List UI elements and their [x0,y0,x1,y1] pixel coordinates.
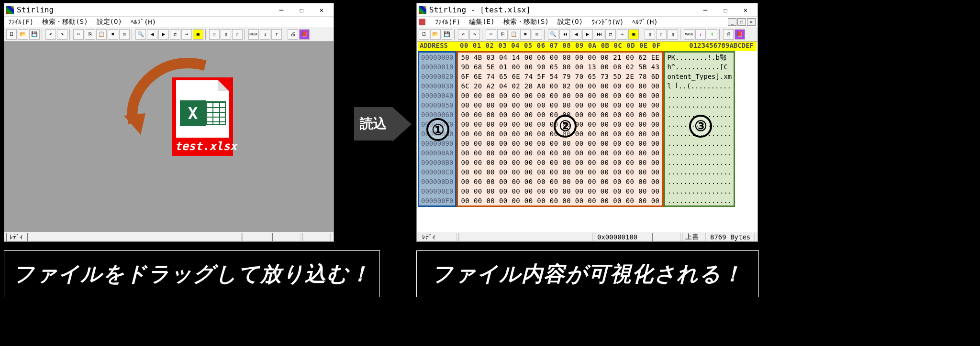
doc3-icon[interactable]: ▯ [668,29,678,40]
redo-icon[interactable]: ↷ [57,29,67,40]
paste-icon[interactable]: 📋 [96,29,107,40]
ascii-row[interactable]: ................ [667,100,732,110]
redo-icon[interactable]: ↷ [469,29,480,40]
cut-icon[interactable]: ✂ [73,29,84,40]
mark-icon[interactable]: ▣ [193,29,203,40]
ascii-row[interactable]: ................ [667,91,732,100]
hex-row[interactable]: 00 00 00 00 00 00 00 00 00 00 00 00 00 0… [461,167,659,177]
find-next-all-icon[interactable]: ⏭ [594,29,604,40]
open-icon[interactable]: 📂 [430,29,441,40]
menu-search[interactable]: 検索・移動(S) [40,18,89,26]
menu-search[interactable]: 検索・移動(S) [501,18,551,26]
hex-row[interactable]: 6F 6E 74 65 6E 74 5F 54 79 70 65 73 5D 2… [461,72,659,81]
hex-row[interactable]: 9D 68 5E 01 00 00 90 05 00 00 13 00 08 0… [461,62,659,72]
menu-edit[interactable]: 編集(E) [467,18,496,26]
hex-row[interactable]: 00 00 00 00 00 00 00 00 00 00 00 00 00 0… [461,158,659,167]
goto-icon[interactable]: → [181,29,192,40]
ascii-row[interactable]: ................ [667,139,732,148]
print-icon[interactable]: 🖨 [723,29,734,40]
find-next-icon[interactable]: ▶ [582,29,593,40]
hex-row[interactable]: 00 00 00 00 00 00 00 00 00 00 00 00 00 0… [461,139,659,148]
mdi-doc-icon[interactable] [419,19,425,25]
new-icon[interactable]: 🗋 [419,29,429,40]
menu-file[interactable]: ﾌｧｲﾙ(F) [6,18,35,26]
find-icon[interactable]: 🔍 [135,29,146,40]
ascii-row[interactable]: ontent_Types].xm [667,72,732,81]
find-next-icon[interactable]: ▶ [158,29,169,40]
hex-body[interactable]: 0000000000000010000000200000003000000040… [418,51,757,207]
print-icon[interactable]: 🖨 [288,29,298,40]
replace-icon[interactable]: ⇄ [605,29,616,40]
copy-icon[interactable]: ⎘ [497,29,508,40]
hex-row[interactable]: 00 00 00 00 00 00 00 00 00 00 00 00 00 0… [461,148,659,158]
delete-page-icon[interactable]: ✖ [108,29,118,40]
menu-file[interactable]: ﾌｧｲﾙ(F) [433,18,462,26]
hex-row[interactable]: 00 00 00 00 00 00 00 00 00 00 00 00 00 0… [461,196,659,205]
dragged-file-icon[interactable]: X test.xlsx [172,77,233,156]
hex-row[interactable]: 00 00 00 00 00 00 00 00 00 00 00 00 00 0… [461,186,659,196]
mdi-minimize-button[interactable]: _ [728,18,736,26]
hex-row[interactable]: 00 00 00 00 00 00 00 00 00 00 00 00 00 0… [461,91,659,100]
find-prev-all-icon[interactable]: ⏮ [559,29,570,40]
sort-down-icon[interactable]: ↓ [695,29,706,40]
menu-help[interactable]: ﾍﾙﾌﾟ(H) [630,18,659,26]
ascii-row[interactable]: ................ [667,186,732,196]
hex-row[interactable]: 50 4B 03 04 14 00 06 00 08 00 00 00 21 0… [461,53,659,62]
mdi-restore-button[interactable]: ❐ [737,18,746,26]
help-book-icon[interactable]: 📕 [299,29,310,40]
save-icon[interactable]: 💾 [29,29,40,40]
ascii-row[interactable]: ................ [667,196,732,205]
sort-up-icon[interactable]: ↑ [707,29,717,40]
minimize-button[interactable]: ─ [271,4,291,16]
mark-icon[interactable]: ▣ [628,29,639,40]
sort-down-icon[interactable]: ↓ [260,29,270,40]
mask-icon[interactable]: MASK [248,29,259,40]
delete-page-icon[interactable]: ✖ [520,29,531,40]
paste-icon[interactable]: 📋 [509,29,519,40]
help-book-icon[interactable]: 📕 [735,29,745,40]
doc2-icon[interactable]: ▯ [221,29,231,40]
minimize-button[interactable]: ─ [695,4,715,16]
mask-icon[interactable]: MASK [684,29,694,40]
cut-icon[interactable]: ✂ [486,29,496,40]
menu-settings[interactable]: 設定(O) [556,18,585,26]
find-icon[interactable]: 🔍 [548,29,558,40]
hex-row[interactable]: 00 00 00 00 00 00 00 00 00 00 00 00 00 0… [461,177,659,186]
new-icon[interactable]: 🗋 [6,29,17,40]
goto-icon[interactable]: → [617,29,627,40]
doc2-icon[interactable]: ▯ [656,29,667,40]
ascii-row[interactable]: ................ [667,158,732,167]
ascii-column[interactable]: ③ PK........!.b鄂 h^...........[Content_T… [664,51,735,207]
list-icon[interactable]: ≡ [119,29,130,40]
doc1-icon[interactable]: ▯ [209,29,220,40]
close-button[interactable]: ✕ [312,4,332,16]
hex-editor[interactable]: ADDRESS 00 01 02 03 04 05 06 07 08 09 0A… [418,42,757,232]
maximize-button[interactable]: ☐ [715,4,735,16]
hex-column[interactable]: ② 50 4B 03 04 14 00 06 00 08 00 00 00 21… [457,51,664,207]
hex-row[interactable]: 6C 20 A2 04 02 28 A0 00 02 00 00 00 00 0… [461,81,659,91]
doc3-icon[interactable]: ▯ [232,29,243,40]
list-icon[interactable]: ≡ [532,29,542,40]
menu-help[interactable]: ﾍﾙﾌﾟ(H) [129,18,158,26]
ascii-row[interactable]: ................ [667,167,732,177]
copy-icon[interactable]: ⎘ [85,29,95,40]
ascii-row[interactable]: ................ [667,177,732,186]
doc1-icon[interactable]: ▯ [645,29,655,40]
undo-icon[interactable]: ↶ [45,29,56,40]
open-icon[interactable]: 📂 [18,29,28,40]
ascii-row[interactable]: l ｢..(.......... [667,81,732,91]
ascii-row[interactable]: PK........!.b鄂 [667,53,732,62]
find-prev-icon[interactable]: ◀ [147,29,157,40]
hex-row[interactable]: 00 00 00 00 00 00 00 00 00 00 00 00 00 0… [461,100,659,110]
ascii-row[interactable]: ................ [667,148,732,158]
maximize-button[interactable]: ☐ [291,4,312,16]
save-icon[interactable]: 💾 [442,29,452,40]
close-button[interactable]: ✕ [735,4,756,16]
sort-up-icon[interactable]: ↑ [271,29,282,40]
replace-icon[interactable]: ⇄ [170,29,180,40]
find-prev-icon[interactable]: ◀ [571,29,581,40]
mdi-close-button[interactable]: ✕ [747,18,756,26]
menu-settings[interactable]: 設定(O) [95,18,124,26]
undo-icon[interactable]: ↶ [458,29,468,40]
menu-window[interactable]: ｳｨﾝﾄﾞｳ(W) [590,18,625,26]
